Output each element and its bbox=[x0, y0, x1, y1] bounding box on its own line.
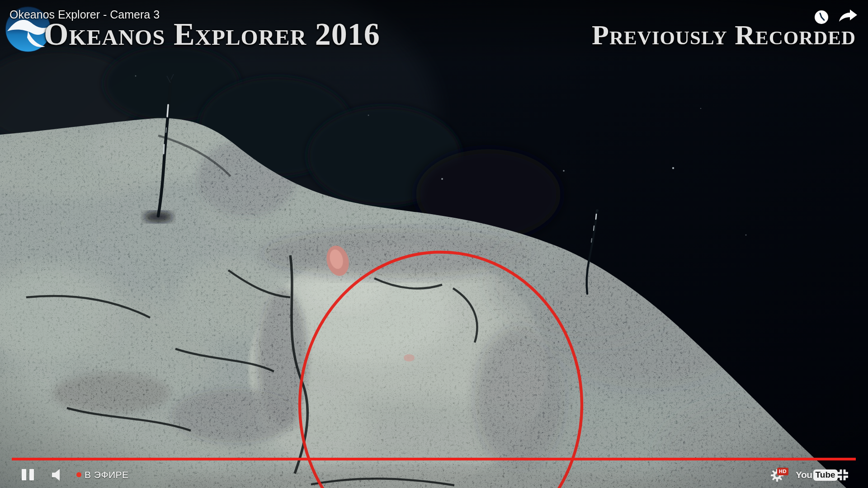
pause-icon bbox=[22, 469, 26, 480]
watermark-okeanos-explorer-2016: Okeanos Explorer 2016 bbox=[44, 16, 380, 52]
vignette bbox=[0, 0, 868, 488]
youtube-video-player[interactable]: Okeanos Explorer - Camera 3 Okeanos Expl… bbox=[0, 0, 868, 488]
exit-fullscreen-button[interactable] bbox=[835, 468, 850, 482]
share-arrow-icon bbox=[839, 9, 857, 22]
video-frame-deep-sea-scene bbox=[0, 0, 868, 488]
watch-later-button[interactable] bbox=[814, 9, 829, 25]
pause-button[interactable] bbox=[22, 469, 34, 480]
speaker-icon bbox=[52, 469, 60, 481]
progress-fill bbox=[12, 458, 856, 460]
youtube-logo-tube: Tube bbox=[813, 469, 838, 481]
youtube-logo-you: You bbox=[796, 469, 812, 480]
share-button[interactable] bbox=[838, 9, 859, 23]
pause-icon bbox=[29, 469, 34, 480]
progress-bar[interactable] bbox=[12, 458, 856, 460]
volume-button[interactable] bbox=[50, 468, 65, 482]
hd-quality-badge: HD bbox=[777, 468, 788, 475]
clock-icon bbox=[815, 10, 828, 24]
live-dot-icon bbox=[76, 472, 81, 477]
exit-fullscreen-icon bbox=[837, 469, 848, 480]
live-label: В ЭФИРЕ bbox=[85, 469, 129, 480]
youtube-logo-button[interactable]: You Tube bbox=[796, 469, 838, 481]
